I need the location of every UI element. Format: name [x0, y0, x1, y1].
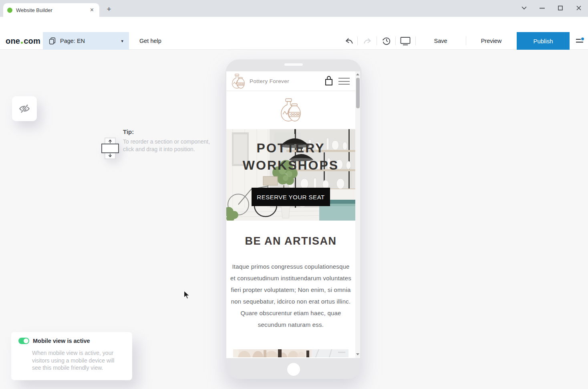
history-button[interactable] [380, 32, 393, 50]
browser-tab-strip: Website Builder × + [0, 0, 588, 17]
phone-speaker [284, 63, 303, 66]
hero-title: POTTERY WORKSHOPS [226, 140, 355, 174]
mobile-card-title: Mobile view is active [33, 338, 90, 344]
brand-dot [21, 42, 23, 44]
tab-favicon [7, 8, 12, 13]
next-section-image [233, 349, 348, 357]
page-selector-label: Page: EN [60, 38, 85, 44]
get-help-link[interactable]: Get help [139, 32, 161, 50]
tip-body: To reorder a section or component, click… [123, 138, 218, 153]
tip-title: Tip: [123, 128, 134, 135]
pages-icon [48, 37, 56, 45]
mobile-card-body: When mobile view is active, your visitor… [32, 349, 121, 372]
window-close-icon[interactable] [573, 2, 585, 14]
brand-com: com [24, 36, 40, 46]
preview-button[interactable]: Preview [466, 32, 517, 50]
save-button[interactable]: Save [415, 32, 466, 50]
artisan-heading: BE AN ARTISAN [226, 235, 355, 247]
mobile-menu-icon[interactable] [338, 78, 350, 87]
hero-title-line2: WORKSHOPS [226, 157, 355, 174]
phone-mockup: Pottery Forever [226, 59, 362, 379]
pottery-logo-large [280, 98, 302, 122]
site-name: Pottery Forever [250, 78, 289, 84]
tab-title: Website Builder [16, 7, 89, 13]
pottery-logo-small [231, 74, 246, 89]
phone-screen: Pottery Forever [226, 71, 360, 358]
toggle-knob [24, 338, 28, 343]
artisan-body: Itaque primos congressus copulationesque… [230, 261, 352, 330]
phone-home-button [287, 363, 300, 376]
mouse-cursor [183, 290, 190, 300]
scrollbar-thumb[interactable] [356, 78, 360, 108]
hero-title-line1: POTTERY [226, 140, 355, 157]
scroll-down-icon[interactable] [356, 353, 359, 355]
device-preview-button[interactable] [399, 32, 412, 50]
logo-section[interactable] [226, 91, 355, 129]
page-selector-dropdown[interactable]: Page: EN ▾ [43, 32, 129, 50]
window-maximize-icon[interactable] [554, 2, 566, 14]
scroll-up-icon[interactable] [356, 73, 359, 75]
artisan-section[interactable]: BE AN ARTISAN Itaque primos congressus c… [226, 221, 355, 349]
brand-one: one [6, 36, 20, 46]
site-header: Pottery Forever [226, 71, 355, 91]
one-com-logo: onecom [6, 32, 40, 50]
publish-button[interactable]: Publish [517, 32, 570, 50]
tab-close-icon[interactable]: × [89, 6, 95, 14]
browser-tab[interactable]: Website Builder × [3, 3, 99, 17]
undo-button[interactable] [342, 32, 356, 50]
reserve-seat-button[interactable]: RESERVE YOUR SEAT [252, 188, 330, 206]
redo-button[interactable] [360, 32, 374, 50]
browser-nav-row: websitebuilder.one.com/editor ☆ ⋮ [0, 17, 588, 32]
editor-canvas: Tip: To reorder a section or component, … [0, 50, 588, 389]
mobile-view-toggle[interactable] [18, 338, 29, 344]
editor-settings-icon[interactable] [574, 32, 586, 50]
hero-section[interactable]: POTTERY WORKSHOPS RESERVE YOUR SEAT [226, 129, 355, 221]
mobile-view-card: Mobile view is active When mobile view i… [11, 332, 132, 380]
cart-icon[interactable] [324, 76, 333, 86]
reorder-icon [101, 137, 119, 160]
eye-off-icon [18, 103, 30, 115]
preview-scrollbar[interactable] [355, 71, 360, 358]
chevron-down-icon: ▾ [121, 38, 123, 44]
new-tab-button[interactable]: + [103, 4, 115, 15]
editor-toolbar: onecom Page: EN ▾ Get help [0, 32, 588, 50]
tab-search-chevron-icon[interactable] [518, 2, 530, 14]
window-minimize-icon[interactable] [536, 2, 548, 14]
hide-panels-button[interactable] [12, 96, 37, 121]
